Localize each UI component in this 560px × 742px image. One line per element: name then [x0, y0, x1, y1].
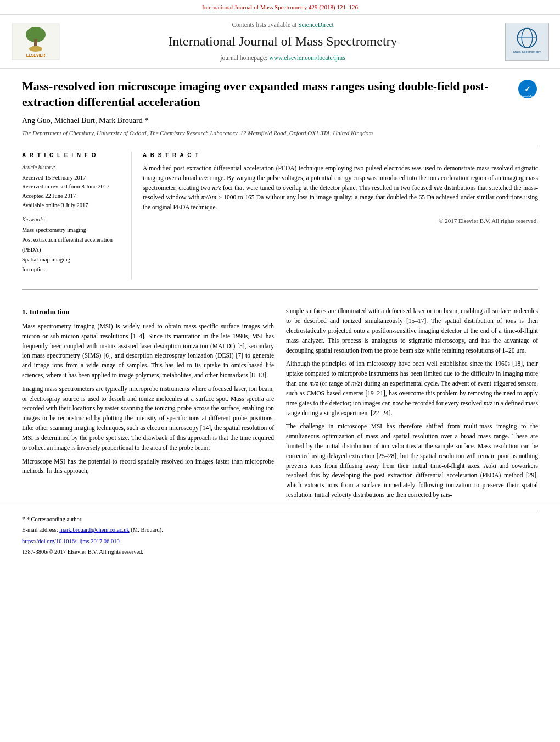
received-date: Received 15 February 2017 — [22, 174, 123, 183]
abstract-paragraph: A modified post-extraction differential … — [143, 164, 538, 213]
body-right-column: sample surfaces are illuminated with a d… — [286, 306, 538, 504]
article-content: Mass-resolved ion microscope imaging ove… — [0, 69, 560, 306]
sciencedirect-link[interactable]: ScienceDirect — [298, 21, 334, 28]
body-right-para-3: The challenge in microscope MSI has ther… — [286, 422, 538, 500]
article-title: Mass-resolved ion microscope imaging ove… — [22, 79, 509, 110]
article-title-section: Mass-resolved ion microscope imaging ove… — [22, 79, 538, 110]
issn-text: 1387-3806/© 2017 Elsevier B.V. All right… — [22, 549, 143, 555]
footnotes: * * Corresponding author. E-mail address… — [0, 505, 560, 562]
abstract-text: A modified post-extraction differential … — [143, 164, 538, 213]
journal-logo: Mass Spectrometry — [505, 23, 549, 61]
corresponding-author: * * Corresponding author. — [22, 515, 538, 524]
keyword-3: (PEDA) — [22, 245, 123, 255]
history-section: Article history: Received 15 February 20… — [22, 164, 123, 210]
history-label: Article history: — [22, 164, 123, 172]
divider-top — [22, 146, 538, 146]
svg-text:Mass Spectrometry: Mass Spectrometry — [513, 50, 541, 53]
elsevier-logo: ELSEVIER — [11, 23, 60, 61]
asterisk: * — [22, 515, 25, 523]
contents-line: Contents lists available at ScienceDirec… — [71, 20, 494, 30]
available-date: Available online 3 July 2017 — [22, 201, 123, 210]
citation-text: International Journal of Mass Spectromet… — [202, 4, 358, 10]
doi-line: https://doi.org/10.1016/j.ijms.2017.06.0… — [22, 537, 538, 545]
copyright: © 2017 Elsevier B.V. All rights reserved… — [143, 217, 538, 226]
article-info: A R T I C L E I N F O Article history: R… — [22, 152, 132, 280]
accepted-date: Accepted 22 June 2017 — [22, 192, 123, 201]
keyword-4: Spatial-map imaging — [22, 255, 123, 265]
body-para-2: Imaging mass spectrometers are typically… — [22, 384, 274, 453]
journal-title: International Journal of Mass Spectromet… — [71, 32, 494, 51]
crossmark-logo: ✓ CrossMark — [517, 79, 538, 99]
body-left-text: Mass spectrometry imaging (MSI) is widel… — [22, 322, 274, 476]
journal-header-center: Contents lists available at ScienceDirec… — [71, 20, 494, 63]
abstract-label: A B S T R A C T — [143, 152, 538, 160]
section1-heading: 1. Introduction — [22, 306, 274, 317]
keyword-2: Post extraction differential acceleratio… — [22, 235, 123, 245]
homepage-link[interactable]: www.elsevier.com/locate/ijms — [269, 54, 345, 61]
email-line: E-mail address: mark.brouard@chem.ox.ac.… — [22, 526, 538, 534]
svg-text:ELSEVIER: ELSEVIER — [26, 53, 46, 57]
footnote-divider — [22, 511, 538, 511]
homepage-line: journal homepage: www.elsevier.com/locat… — [71, 53, 494, 63]
authors: Ang Guo, Michael Burt, Mark Brouard * — [22, 115, 538, 126]
article-body: 1. Introduction Mass spectrometry imagin… — [0, 306, 560, 504]
keywords-list: Mass spectrometry imaging Post extractio… — [22, 225, 123, 274]
abstract-section: A B S T R A C T A modified post-extracti… — [143, 152, 538, 280]
journal-citation: International Journal of Mass Spectromet… — [0, 0, 560, 15]
doi-link[interactable]: https://doi.org/10.1016/j.ijms.2017.06.0… — [22, 538, 120, 544]
email-person: (M. Brouard). — [131, 527, 163, 533]
article-info-label: A R T I C L E I N F O — [22, 152, 123, 160]
body-left-column: 1. Introduction Mass spectrometry imagin… — [22, 306, 274, 504]
svg-text:CrossMark: CrossMark — [519, 94, 536, 98]
issn-line: 1387-3806/© 2017 Elsevier B.V. All right… — [22, 548, 538, 556]
keywords-section: Keywords: Mass spectrometry imaging Post… — [22, 216, 123, 275]
keyword-5: Ion optics — [22, 265, 123, 275]
journal-header: ELSEVIER Contents lists available at Sci… — [0, 15, 560, 69]
body-para-1: Mass spectrometry imaging (MSI) is widel… — [22, 322, 274, 381]
corresponding-text: * Corresponding author. — [27, 516, 83, 522]
svg-text:✓: ✓ — [524, 85, 531, 93]
email-link[interactable]: mark.brouard@chem.ox.ac.uk — [59, 527, 129, 533]
keyword-1: Mass spectrometry imaging — [22, 225, 123, 235]
body-para-3: Microscope MSI has the potential to reco… — [22, 457, 274, 477]
svg-rect-4 — [32, 46, 39, 49]
email-label: E-mail address: — [22, 527, 59, 533]
body-right-para-1: sample surfaces are illuminated with a d… — [286, 306, 538, 355]
divider-bottom — [22, 289, 538, 290]
affiliation: The Department of Chemistry, University … — [22, 129, 538, 138]
revised-date: Received in revised form 8 June 2017 — [22, 182, 123, 192]
svg-rect-2 — [34, 39, 37, 47]
body-right-para-2: Although the principles of ion microscop… — [286, 359, 538, 418]
keywords-label: Keywords: — [22, 216, 123, 224]
article-info-abstract: A R T I C L E I N F O Article history: R… — [22, 152, 538, 280]
body-right-text: sample surfaces are illuminated with a d… — [286, 306, 538, 500]
